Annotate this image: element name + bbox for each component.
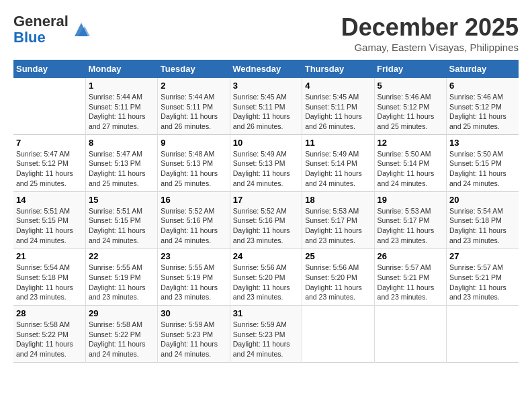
day-number: 18 (305, 195, 371, 205)
calendar-cell: 31 Sunrise: 5:59 AM Sunset: 5:23 PM Dayl… (230, 306, 302, 363)
day-number: 24 (233, 251, 299, 261)
day-number: 19 (378, 195, 443, 205)
title-area: December 2025 Gamay, Eastern Visayas, Ph… (341, 13, 519, 53)
calendar-cell: 25 Sunrise: 5:56 AM Sunset: 5:20 PM Dayl… (302, 248, 374, 306)
day-info: Sunrise: 5:51 AM Sunset: 5:15 PM Dayligh… (16, 206, 83, 246)
day-number: 29 (89, 308, 154, 318)
logo-text: General Blue (13, 13, 69, 46)
calendar-cell: 2 Sunrise: 5:44 AM Sunset: 5:11 PM Dayli… (158, 78, 230, 134)
calendar-cell: 9 Sunrise: 5:48 AM Sunset: 5:13 PM Dayli… (158, 134, 230, 191)
calendar-cell: 26 Sunrise: 5:57 AM Sunset: 5:21 PM Dayl… (374, 248, 446, 306)
calendar-cell: 22 Sunrise: 5:55 AM Sunset: 5:19 PM Dayl… (85, 248, 157, 306)
day-info: Sunrise: 5:54 AM Sunset: 5:18 PM Dayligh… (16, 263, 83, 302)
calendar-cell: 8 Sunrise: 5:47 AM Sunset: 5:13 PM Dayli… (85, 134, 157, 191)
day-number: 20 (449, 195, 516, 205)
calendar-cell (13, 78, 85, 134)
calendar-cell: 20 Sunrise: 5:54 AM Sunset: 5:18 PM Dayl… (447, 191, 519, 248)
week-row-1: 1 Sunrise: 5:44 AM Sunset: 5:11 PM Dayli… (13, 78, 519, 134)
day-number: 1 (89, 81, 154, 91)
day-number: 28 (16, 308, 83, 318)
day-info: Sunrise: 5:58 AM Sunset: 5:22 PM Dayligh… (89, 320, 154, 359)
day-info: Sunrise: 5:50 AM Sunset: 5:14 PM Dayligh… (378, 149, 443, 189)
day-info: Sunrise: 5:49 AM Sunset: 5:13 PM Dayligh… (233, 149, 299, 189)
calendar-cell: 30 Sunrise: 5:59 AM Sunset: 5:23 PM Dayl… (158, 306, 230, 363)
day-number: 10 (233, 138, 299, 148)
calendar-cell: 15 Sunrise: 5:51 AM Sunset: 5:15 PM Dayl… (85, 191, 157, 248)
day-number: 17 (233, 195, 299, 205)
weekday-header-friday: Friday (374, 60, 446, 78)
day-info: Sunrise: 5:53 AM Sunset: 5:17 PM Dayligh… (305, 206, 371, 246)
calendar-cell: 4 Sunrise: 5:45 AM Sunset: 5:11 PM Dayli… (302, 78, 374, 134)
day-info: Sunrise: 5:59 AM Sunset: 5:23 PM Dayligh… (161, 320, 226, 359)
calendar-table: SundayMondayTuesdayWednesdayThursdayFrid… (13, 60, 519, 363)
day-number: 31 (233, 308, 299, 318)
day-number: 25 (305, 251, 371, 261)
month-title: December 2025 (341, 13, 519, 42)
day-info: Sunrise: 5:55 AM Sunset: 5:19 PM Dayligh… (89, 263, 154, 302)
weekday-header-row: SundayMondayTuesdayWednesdayThursdayFrid… (13, 60, 519, 78)
calendar-cell: 10 Sunrise: 5:49 AM Sunset: 5:13 PM Dayl… (230, 134, 302, 191)
day-number: 27 (449, 251, 516, 261)
day-number: 21 (16, 251, 83, 261)
week-row-3: 14 Sunrise: 5:51 AM Sunset: 5:15 PM Dayl… (13, 191, 519, 248)
day-info: Sunrise: 5:56 AM Sunset: 5:20 PM Dayligh… (305, 263, 371, 302)
day-number: 26 (378, 251, 443, 261)
day-number: 15 (89, 195, 154, 205)
calendar-cell: 13 Sunrise: 5:50 AM Sunset: 5:15 PM Dayl… (447, 134, 519, 191)
day-number: 6 (449, 81, 516, 91)
weekday-header-sunday: Sunday (13, 60, 85, 78)
day-number: 12 (378, 138, 443, 148)
day-info: Sunrise: 5:58 AM Sunset: 5:22 PM Dayligh… (16, 320, 83, 359)
calendar-cell: 17 Sunrise: 5:52 AM Sunset: 5:16 PM Dayl… (230, 191, 302, 248)
day-info: Sunrise: 5:49 AM Sunset: 5:14 PM Dayligh… (305, 149, 371, 189)
logo-icon (71, 19, 91, 40)
calendar-cell: 6 Sunrise: 5:46 AM Sunset: 5:12 PM Dayli… (447, 78, 519, 134)
day-info: Sunrise: 5:47 AM Sunset: 5:12 PM Dayligh… (16, 149, 83, 189)
calendar-cell: 3 Sunrise: 5:45 AM Sunset: 5:11 PM Dayli… (230, 78, 302, 134)
weekday-header-saturday: Saturday (447, 60, 519, 78)
day-info: Sunrise: 5:57 AM Sunset: 5:21 PM Dayligh… (449, 263, 516, 302)
day-info: Sunrise: 5:52 AM Sunset: 5:16 PM Dayligh… (161, 206, 226, 246)
day-info: Sunrise: 5:56 AM Sunset: 5:20 PM Dayligh… (233, 263, 299, 302)
calendar-cell: 11 Sunrise: 5:49 AM Sunset: 5:14 PM Dayl… (302, 134, 374, 191)
day-number: 4 (305, 81, 371, 91)
week-row-5: 28 Sunrise: 5:58 AM Sunset: 5:22 PM Dayl… (13, 306, 519, 363)
day-info: Sunrise: 5:45 AM Sunset: 5:11 PM Dayligh… (305, 92, 371, 132)
calendar-cell: 12 Sunrise: 5:50 AM Sunset: 5:14 PM Dayl… (374, 134, 446, 191)
day-info: Sunrise: 5:53 AM Sunset: 5:17 PM Dayligh… (378, 206, 443, 246)
calendar-cell: 19 Sunrise: 5:53 AM Sunset: 5:17 PM Dayl… (374, 191, 446, 248)
calendar-cell: 28 Sunrise: 5:58 AM Sunset: 5:22 PM Dayl… (13, 306, 85, 363)
calendar-cell (302, 306, 374, 363)
weekday-header-thursday: Thursday (302, 60, 374, 78)
calendar-cell: 14 Sunrise: 5:51 AM Sunset: 5:15 PM Dayl… (13, 191, 85, 248)
day-info: Sunrise: 5:51 AM Sunset: 5:15 PM Dayligh… (89, 206, 154, 246)
day-number: 14 (16, 195, 83, 205)
page-header: General Blue December 2025 Gamay, Easter… (13, 13, 519, 53)
calendar-cell (374, 306, 446, 363)
day-number: 7 (16, 138, 83, 148)
day-info: Sunrise: 5:54 AM Sunset: 5:18 PM Dayligh… (449, 206, 516, 246)
calendar-cell: 21 Sunrise: 5:54 AM Sunset: 5:18 PM Dayl… (13, 248, 85, 306)
weekday-header-tuesday: Tuesday (158, 60, 230, 78)
location-subtitle: Gamay, Eastern Visayas, Philippines (341, 42, 519, 53)
day-info: Sunrise: 5:57 AM Sunset: 5:21 PM Dayligh… (378, 263, 443, 302)
calendar-cell: 7 Sunrise: 5:47 AM Sunset: 5:12 PM Dayli… (13, 134, 85, 191)
day-number: 3 (233, 81, 299, 91)
calendar-cell (447, 306, 519, 363)
calendar-cell: 24 Sunrise: 5:56 AM Sunset: 5:20 PM Dayl… (230, 248, 302, 306)
calendar-cell: 27 Sunrise: 5:57 AM Sunset: 5:21 PM Dayl… (447, 248, 519, 306)
day-info: Sunrise: 5:52 AM Sunset: 5:16 PM Dayligh… (233, 206, 299, 246)
week-row-2: 7 Sunrise: 5:47 AM Sunset: 5:12 PM Dayli… (13, 134, 519, 191)
day-number: 23 (161, 251, 226, 261)
day-info: Sunrise: 5:55 AM Sunset: 5:19 PM Dayligh… (161, 263, 226, 302)
day-info: Sunrise: 5:50 AM Sunset: 5:15 PM Dayligh… (449, 149, 516, 189)
day-number: 22 (89, 251, 154, 261)
calendar-cell: 23 Sunrise: 5:55 AM Sunset: 5:19 PM Dayl… (158, 248, 230, 306)
day-info: Sunrise: 5:44 AM Sunset: 5:11 PM Dayligh… (161, 92, 226, 132)
day-info: Sunrise: 5:48 AM Sunset: 5:13 PM Dayligh… (161, 149, 226, 189)
weekday-header-monday: Monday (85, 60, 157, 78)
logo: General Blue (13, 13, 91, 46)
day-number: 30 (161, 308, 226, 318)
day-number: 8 (89, 138, 154, 148)
day-number: 16 (161, 195, 226, 205)
